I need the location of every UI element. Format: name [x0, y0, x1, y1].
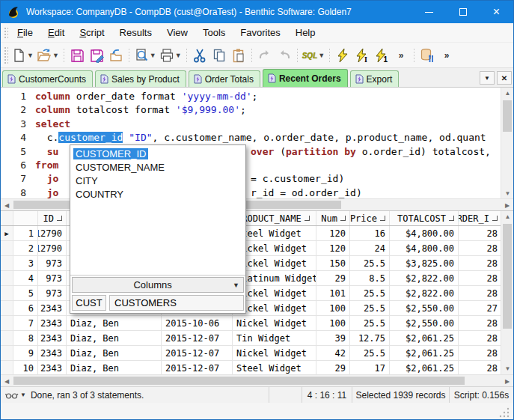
cell-date[interactable]: 2015-12-07: [162, 346, 233, 360]
suggestion-city[interactable]: CITY: [73, 174, 245, 188]
grid-row[interactable]: 92343Diaz, Ben2015-12-07Nickel Widget422…: [1, 346, 501, 361]
cell-customer[interactable]: Diaz, Ben: [67, 361, 162, 374]
cell-product[interactable]: Nickel Widget: [233, 316, 316, 330]
cell-rownum[interactable]: 2: [13, 241, 38, 255]
cell-id[interactable]: 12790: [38, 226, 67, 240]
cell-rownum[interactable]: 8: [13, 331, 38, 345]
cell-price[interactable]: 25.5: [350, 346, 390, 360]
cell-customer[interactable]: Diaz, Ben: [67, 346, 162, 360]
column-options-icon[interactable]: [492, 216, 498, 221]
new-file-button[interactable]: ▼: [10, 45, 35, 66]
scroll-down-icon[interactable]: ▼: [501, 188, 514, 199]
cell-price[interactable]: 16: [350, 226, 390, 240]
scroll-down-icon[interactable]: ▼: [501, 363, 514, 374]
cell-date[interactable]: 2015-12-07: [162, 331, 233, 345]
resize-grip-icon[interactable]: [499, 407, 510, 418]
cell-total[interactable]: $2,822.00: [390, 271, 459, 285]
cell-rownum[interactable]: 6: [13, 301, 38, 315]
grid-header-price[interactable]: Price: [350, 211, 390, 225]
grid-row[interactable]: 72343Diaz, Ben2015-10-06Nickel Widget100…: [1, 316, 501, 331]
revert-file-button[interactable]: [106, 45, 126, 66]
editor-line[interactable]: 1column order_date format 'yyyy-mm-dd';: [1, 90, 501, 103]
execute-single-button[interactable]: 1: [372, 45, 391, 66]
menu-view[interactable]: View: [159, 24, 195, 41]
cell-id[interactable]: 973: [38, 271, 67, 285]
cell-order[interactable]: 28: [459, 316, 501, 330]
scroll-left-icon[interactable]: ◀: [1, 375, 13, 387]
cell-customer[interactable]: Diaz, Ben: [67, 331, 162, 345]
scroll-up-icon[interactable]: ▲: [501, 88, 514, 99]
cell-marker[interactable]: [1, 301, 13, 315]
cell-total[interactable]: $3,825.00: [390, 256, 459, 270]
overflow-chevron-button[interactable]: »: [437, 45, 456, 66]
cell-id[interactable]: 973: [38, 286, 67, 300]
cell-num[interactable]: 29: [316, 271, 350, 285]
column-options-icon[interactable]: [340, 216, 346, 221]
cut-button[interactable]: [190, 45, 209, 66]
cell-num[interactable]: 100: [316, 316, 350, 330]
cell-price[interactable]: 8.5: [350, 271, 390, 285]
paste-button[interactable]: [229, 45, 248, 66]
cell-marker[interactable]: [1, 286, 13, 300]
column-options-icon[interactable]: [305, 216, 310, 221]
cell-marker[interactable]: [1, 271, 13, 285]
cell-customer[interactable]: Diaz, Ben: [67, 316, 162, 330]
cell-rownum[interactable]: 3: [13, 256, 38, 270]
cell-num[interactable]: 120: [316, 226, 350, 240]
cell-marker[interactable]: [1, 241, 13, 255]
cell-order[interactable]: 27: [459, 301, 501, 315]
cell-id[interactable]: 2343: [38, 301, 67, 315]
table-name-box[interactable]: CUSTOMERS: [109, 295, 244, 311]
cell-total[interactable]: $2,550.00: [390, 316, 459, 330]
cell-product[interactable]: Nickel Widget: [233, 346, 316, 360]
column-options-icon[interactable]: [57, 216, 62, 221]
db-tools-button[interactable]: [417, 45, 437, 66]
tab-close-button[interactable]: ✕: [497, 71, 512, 85]
editor-line[interactable]: 3select: [1, 118, 501, 131]
open-file-button[interactable]: ▼: [35, 45, 61, 66]
suggestion-country[interactable]: COUNTRY: [73, 188, 245, 201]
cell-order[interactable]: 28: [459, 241, 501, 255]
toolbar-grip[interactable]: [3, 26, 8, 39]
cell-id[interactable]: 2343: [38, 346, 67, 360]
tab-recent-orders[interactable]: Recent Orders: [263, 69, 348, 87]
cell-num[interactable]: 29: [316, 361, 350, 374]
grid-horizontal-scrollbar[interactable]: ◀ ▶: [1, 374, 513, 386]
column-options-icon[interactable]: [449, 216, 454, 221]
cell-product[interactable]: Tin Widget: [233, 331, 316, 345]
grid-row[interactable]: 82343Diaz, Ben2015-12-07Tin Widget3912.7…: [1, 331, 501, 346]
grid-row[interactable]: 102343Diaz, Ben2015-12-07Steel Widget291…: [1, 361, 501, 374]
cell-num[interactable]: 39: [316, 331, 350, 345]
copy-button[interactable]: [209, 45, 229, 66]
cell-rownum[interactable]: 5: [13, 286, 38, 300]
save-as-button[interactable]: [87, 45, 106, 66]
cell-id[interactable]: 2343: [38, 361, 67, 374]
close-button[interactable]: ×: [480, 1, 513, 23]
menu-help[interactable]: Help: [288, 24, 323, 41]
menu-favorites[interactable]: Favorites: [233, 24, 287, 41]
menu-file[interactable]: File: [10, 24, 40, 41]
maximize-button[interactable]: [446, 1, 480, 23]
cell-total[interactable]: $4,800.00: [390, 241, 459, 255]
cell-price[interactable]: 24: [350, 241, 390, 255]
suggestion-customer_name[interactable]: CUSTOMER_NAME: [73, 161, 245, 174]
grid-header-id[interactable]: ID: [38, 211, 67, 225]
cell-marker[interactable]: [1, 256, 13, 270]
cell-total[interactable]: $2,061.25: [390, 361, 459, 374]
cell-marker[interactable]: [1, 331, 13, 345]
editor-line[interactable]: 4 c.customer_id "ID", c.customer_name, o…: [1, 131, 501, 144]
cell-marker[interactable]: [1, 361, 13, 374]
menu-tools[interactable]: Tools: [195, 24, 233, 41]
execute-statement-button[interactable]: I: [352, 45, 372, 66]
grid-header-order[interactable]: ORDER_I: [459, 211, 501, 225]
cell-id[interactable]: 2343: [38, 316, 67, 330]
cell-price[interactable]: 25.5: [350, 256, 390, 270]
redo-button[interactable]: [255, 45, 275, 66]
cell-num[interactable]: 101: [316, 286, 350, 300]
tab-list-dropdown-button[interactable]: ▼: [480, 71, 495, 85]
cell-total[interactable]: $2,061.25: [390, 331, 459, 345]
column-options-icon[interactable]: [380, 216, 385, 221]
cell-total[interactable]: $4,800.00: [390, 226, 459, 240]
tab-customercounts[interactable]: CustomerCounts: [2, 70, 93, 87]
cell-date[interactable]: 2015-10-06: [162, 316, 233, 330]
